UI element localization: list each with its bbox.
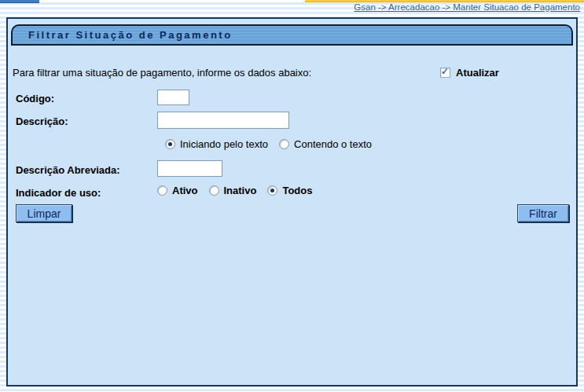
radio-ativo[interactable] xyxy=(157,185,167,196)
top-strip: Gsan -> Arrecadacao -> Manter Situacao d… xyxy=(0,0,584,17)
page-title: Filtrar Situação de Pagamento xyxy=(11,24,573,46)
radio-ativo-label: Ativo xyxy=(172,185,198,196)
codigo-label: Código: xyxy=(16,93,54,104)
atualizar-checkbox[interactable]: ✓ xyxy=(440,68,450,78)
radio-todos-label: Todos xyxy=(282,185,312,196)
radio-contendo-label: Contendo o texto xyxy=(294,138,372,150)
intro-text: Para filtrar uma situação de pagamento, … xyxy=(13,67,311,79)
check-icon: ✓ xyxy=(441,67,449,77)
top-left-blue-bar xyxy=(0,0,39,3)
indicador-de-uso-label: Indicador de uso: xyxy=(16,187,101,199)
descricao-input[interactable] xyxy=(157,112,289,129)
atualizar-label: Atualizar xyxy=(456,67,499,79)
filter-panel: Filtrar Situação de Pagamento Para filtr… xyxy=(6,17,578,387)
limpar-button[interactable]: Limpar xyxy=(16,204,72,222)
radio-contendo-o-texto[interactable] xyxy=(279,139,289,149)
filtrar-button[interactable]: Filtrar xyxy=(517,204,569,222)
radio-todos[interactable] xyxy=(267,185,277,196)
radio-inativo-label: Inativo xyxy=(224,185,257,196)
codigo-input[interactable] xyxy=(157,90,189,105)
radio-iniciando-pelo-texto[interactable] xyxy=(165,139,175,149)
descricao-label: Descrição: xyxy=(16,115,68,127)
descricao-abreviada-label: Descrição Abreviada: xyxy=(16,164,119,176)
radio-inativo[interactable] xyxy=(209,185,219,196)
radio-iniciando-label: Iniciando pelo texto xyxy=(180,138,268,150)
descricao-abreviada-input[interactable] xyxy=(157,160,222,177)
breadcrumb[interactable]: Gsan -> Arrecadacao -> Manter Situacao d… xyxy=(354,2,580,12)
